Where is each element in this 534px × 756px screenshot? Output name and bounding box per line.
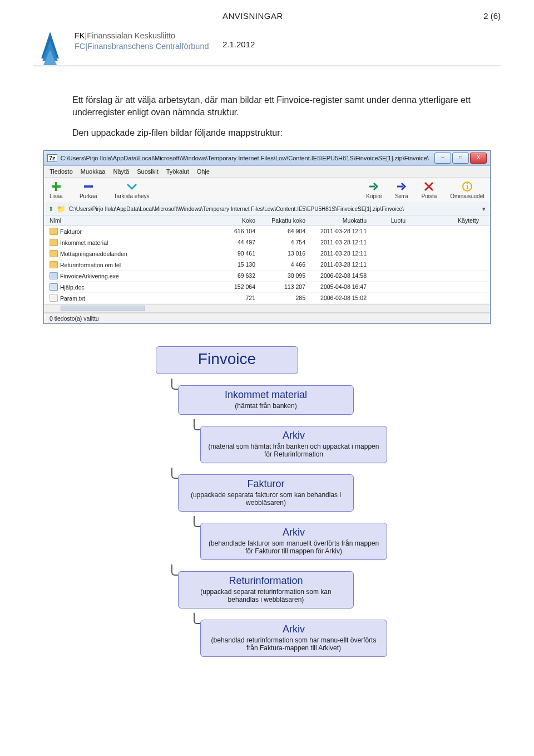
exe-icon [50, 272, 58, 279]
folder-icon [50, 261, 58, 268]
svg-rect-5 [84, 185, 93, 188]
txt-icon [50, 294, 58, 302]
file-row[interactable]: Inkommet material44 4974 7542011-03-28 1… [44, 237, 490, 248]
diagram-root: Finvoice [156, 346, 298, 374]
file-modified: 2011-03-28 12:11 [311, 250, 372, 257]
tool-label: Poista [422, 193, 437, 199]
move-button[interactable]: Siirrä [395, 181, 408, 199]
tool-label: Siirrä [395, 193, 408, 199]
diagram-node-title: Fakturor [185, 478, 347, 490]
file-packed-size: 113 207 [261, 283, 311, 291]
file-name: Hjälp.doc [60, 284, 90, 291]
logo-fk-text: Finanssialan Keskusliitto [87, 31, 175, 40]
file-created [372, 283, 411, 291]
file-size: 616 104 [216, 228, 261, 235]
tool-label: Ominaisuudet [450, 193, 484, 199]
horizontal-scrollbar[interactable] [44, 304, 490, 313]
folder-icon: 📁 [57, 205, 66, 213]
doc-page-number: 2 (6) [483, 11, 501, 21]
file-row[interactable]: Param.txt7212852006-02-08 15:02 [44, 293, 490, 304]
file-name: Fakturor [60, 228, 87, 235]
file-row[interactable]: Fakturor616 10464 9042011-03-28 12:11 [44, 226, 490, 237]
doc-icon [50, 283, 58, 291]
copy-icon [368, 181, 379, 192]
diagram-inkommet-arkiv: Arkiv (material som hämtat från banken o… [200, 426, 387, 463]
copy-button[interactable]: Kopioi [366, 181, 382, 199]
tool-label: Tarkista eheys [114, 193, 150, 199]
extract-button[interactable]: Purkaa [80, 181, 97, 199]
dropdown-icon[interactable]: ▾ [482, 205, 486, 213]
column-headers[interactable]: Nimi Koko Pakattu koko Muokattu Luotu Kä… [44, 215, 490, 226]
header-divider [33, 66, 501, 66]
menu-edit[interactable]: Muokkaa [81, 168, 106, 175]
delete-icon [423, 181, 434, 192]
diagram-node-title: Arkiv [207, 430, 380, 441]
file-row[interactable]: Returinformation om fel15 1304 4662011-0… [44, 259, 490, 271]
test-button[interactable]: Tarkista eheys [114, 181, 150, 199]
scrollbar-thumb[interactable] [61, 306, 145, 311]
menu-favorites[interactable]: Suosikit [137, 168, 159, 175]
file-name: Param.txt [60, 295, 91, 302]
move-icon [396, 181, 407, 192]
file-packed-size: 285 [261, 294, 311, 302]
menu-tools[interactable]: Työkalut [166, 168, 189, 175]
diagram-node-title: Returinformation [185, 575, 347, 587]
org-logo-icon [33, 31, 67, 74]
file-packed-size: 4 754 [261, 239, 311, 246]
col-created[interactable]: Luotu [372, 217, 411, 224]
file-modified: 2006-02-08 15:02 [311, 294, 372, 302]
folder-icon [50, 239, 58, 246]
menu-file[interactable]: Tiedosto [50, 168, 73, 175]
file-size: 721 [216, 294, 261, 302]
file-size: 69 632 [216, 272, 261, 279]
delete-button[interactable]: Poista [422, 181, 437, 199]
file-row[interactable]: FinvoiceArkivering.exe69 63230 0952006-0… [44, 271, 490, 282]
app-icon: 7z [47, 154, 57, 162]
file-packed-size: 64 904 [261, 228, 311, 235]
file-row[interactable]: Mottagningsmeddelanden90 46113 0162011-0… [44, 248, 490, 259]
file-size: 15 130 [216, 261, 261, 268]
file-modified: 2005-04-08 16:47 [311, 283, 372, 291]
diagram-node-sub: (behandlade fakturor som manuellt överfö… [207, 539, 380, 555]
file-created [372, 294, 411, 302]
logo-fc-prefix: FC [75, 42, 85, 51]
window-minimize-button[interactable]: – [434, 153, 451, 164]
file-size: 44 497 [216, 239, 261, 246]
address-bar[interactable]: ⬆ 📁 C:\Users\Pirjo Ilola\AppData\Local\M… [44, 203, 490, 215]
menu-help[interactable]: Ohje [197, 168, 210, 175]
file-accessed [411, 272, 484, 279]
diagram-node-sub: (material som hämtat från banken och upp… [207, 443, 380, 458]
file-modified: 2006-02-08 14:58 [311, 272, 372, 279]
file-explorer-window: 7z C:\Users\Pirjo Ilola\AppData\Local\Mi… [43, 150, 491, 324]
body-paragraph-2: Den uppackade zip-filen bildar följande … [72, 127, 478, 139]
menu-view[interactable]: Näytä [113, 168, 129, 175]
file-packed-size: 4 466 [261, 261, 311, 268]
file-size: 90 461 [216, 250, 261, 257]
col-size[interactable]: Koko [216, 217, 261, 224]
file-created [372, 272, 411, 279]
logo-fc-text: Finansbranschens Centralförbund [87, 42, 209, 51]
body-paragraph-1: Ett förslag är att välja arbetsytan, där… [72, 94, 478, 119]
diagram-root-title: Finvoice [163, 350, 291, 368]
file-modified: 2011-03-28 12:11 [311, 228, 372, 235]
folder-structure-diagram: Finvoice Inkommet material (hämtat från … [156, 346, 423, 657]
window-titlebar[interactable]: 7z C:\Users\Pirjo Ilola\AppData\Local\Mi… [44, 151, 490, 166]
properties-button[interactable]: Ominaisuudet [450, 181, 484, 199]
file-created [372, 239, 411, 246]
svg-rect-4 [52, 185, 61, 188]
diagram-returinformation-arkiv: Arkiv (behandlad returinformation som ha… [200, 620, 387, 657]
col-name[interactable]: Nimi [50, 217, 216, 224]
diagram-node-sub: (uppackad separat returinformation som k… [185, 588, 347, 603]
col-accessed[interactable]: Käytetty [411, 217, 484, 224]
window-title-path: C:\Users\Pirjo Ilola\AppData\Local\Micro… [61, 155, 431, 161]
col-modified[interactable]: Muokattu [311, 217, 372, 224]
file-accessed [411, 283, 484, 291]
window-close-button[interactable]: X [470, 153, 487, 164]
col-packed[interactable]: Pakattu koko [261, 217, 311, 224]
up-icon[interactable]: ⬆ [48, 205, 53, 213]
window-maximize-button[interactable]: □ [452, 153, 469, 164]
file-row[interactable]: Hjälp.doc152 064113 2072005-04-08 16:47 [44, 282, 490, 293]
add-button[interactable]: Lisää [50, 181, 63, 199]
test-icon [126, 181, 137, 192]
file-packed-size: 13 016 [261, 250, 311, 257]
